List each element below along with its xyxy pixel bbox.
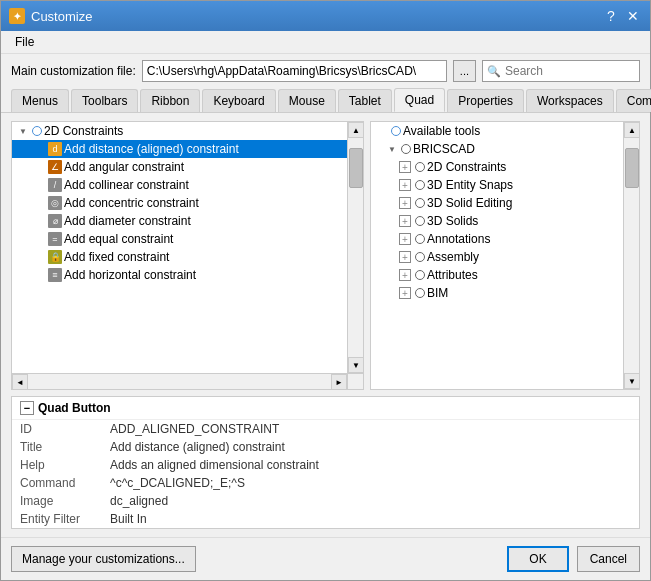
right-item-ann[interactable]: + Annotations <box>371 230 623 248</box>
right-scroll-up[interactable]: ▲ <box>624 122 640 138</box>
tab-properties[interactable]: Properties <box>447 89 524 112</box>
left-hscroll-right[interactable]: ► <box>331 374 347 390</box>
panels-row: ▼ 2D Constraints d Add distance (aligned… <box>11 121 640 390</box>
info-panel-header: − Quad Button <box>12 397 639 420</box>
right-item-asm[interactable]: + Assembly <box>371 248 623 266</box>
right-2d-label: 2D Constraints <box>427 160 506 174</box>
right-vscrollbar: ▲ ▼ <box>623 122 639 389</box>
right-tree-header[interactable]: Available tools <box>371 122 623 140</box>
circle-3dse <box>415 198 425 208</box>
left-scroll-down[interactable]: ▼ <box>348 357 364 373</box>
tab-workspaces[interactable]: Workspaces <box>526 89 614 112</box>
right-scroll-thumb <box>625 148 639 188</box>
left-tree-item-7[interactable]: 🔒 Add fixed constraint <box>12 248 347 266</box>
left-tree-selected-item[interactable]: d Add distance (aligned) constraint <box>12 140 347 158</box>
constraint-icon-3: / <box>48 178 62 192</box>
file-menu[interactable]: File <box>9 33 40 51</box>
expand-none-2 <box>32 160 46 174</box>
app-icon: ✦ <box>9 8 25 24</box>
info-value-id: ADD_ALIGNED_CONSTRAINT <box>102 420 639 438</box>
info-value-entity-filter: Built In <box>102 510 639 528</box>
left-tree-item-4[interactable]: ◎ Add concentric constraint <box>12 194 347 212</box>
info-row-help: Help Adds an aligned dimensional constra… <box>12 456 639 474</box>
right-item-3des[interactable]: + 3D Entity Snaps <box>371 176 623 194</box>
dialog-buttons: OK Cancel <box>507 546 640 572</box>
left-scroll-thumb <box>349 148 363 188</box>
right-asm-label: Assembly <box>427 250 479 264</box>
constraint-icon-2: ∠ <box>48 160 62 174</box>
info-collapse-icon[interactable]: − <box>20 401 34 415</box>
tab-toolbars[interactable]: Toolbars <box>71 89 138 112</box>
right-ann-label: Annotations <box>427 232 490 246</box>
tab-tablet[interactable]: Tablet <box>338 89 392 112</box>
plus-attr: + <box>399 269 411 281</box>
expand-none <box>32 142 46 156</box>
header-circle-icon <box>32 126 42 136</box>
right-scroll-track <box>624 138 640 373</box>
close-button[interactable]: ✕ <box>624 7 642 25</box>
tab-ribbon[interactable]: Ribbon <box>140 89 200 112</box>
left-hscroll-track <box>28 374 331 390</box>
search-input[interactable] <box>505 64 635 78</box>
menu-bar: File <box>1 31 650 54</box>
right-item-2d[interactable]: + 2D Constraints <box>371 158 623 176</box>
info-table: ID ADD_ALIGNED_CONSTRAINT Title Add dist… <box>12 420 639 528</box>
tab-menus[interactable]: Menus <box>11 89 69 112</box>
right-scroll-down[interactable]: ▼ <box>624 373 640 389</box>
file-path-input[interactable] <box>142 60 447 82</box>
tree-item-label-7: Add fixed constraint <box>64 250 169 264</box>
info-row-entity-filter: Entity Filter Built In <box>12 510 639 528</box>
info-row-title: Title Add distance (aligned) constraint <box>12 438 639 456</box>
info-value-help: Adds an aligned dimensional constraint <box>102 456 639 474</box>
info-label-command: Command <box>12 474 102 492</box>
tree-item-label: Add distance (aligned) constraint <box>64 142 239 156</box>
right-3des-label: 3D Entity Snaps <box>427 178 513 192</box>
window-title: Customize <box>31 9 92 24</box>
right-item-3ds[interactable]: + 3D Solids <box>371 212 623 230</box>
right-bricscad-label: BRICSCAD <box>413 142 475 156</box>
browse-button[interactable]: ... <box>453 60 476 82</box>
tree-item-label-2: Add angular constraint <box>64 160 184 174</box>
help-button[interactable]: ? <box>602 7 620 25</box>
left-tree-item-6[interactable]: = Add equal constraint <box>12 230 347 248</box>
plus-3ds: + <box>399 215 411 227</box>
info-panel-title: Quad Button <box>38 401 111 415</box>
circle-2d <box>415 162 425 172</box>
left-tree-item-5[interactable]: ⌀ Add diameter constraint <box>12 212 347 230</box>
file-label: Main customization file: <box>11 64 136 78</box>
manage-customizations-button[interactable]: Manage your customizations... <box>11 546 196 572</box>
tab-quad[interactable]: Quad <box>394 88 445 112</box>
ok-button[interactable]: OK <box>507 546 568 572</box>
right-item-3dse[interactable]: + 3D Solid Editing <box>371 194 623 212</box>
left-hscrollbar: ◄ ► <box>12 373 347 389</box>
tab-mouse[interactable]: Mouse <box>278 89 336 112</box>
tab-keyboard[interactable]: Keyboard <box>202 89 275 112</box>
right-3ds-label: 3D Solids <box>427 214 478 228</box>
left-scroll-up[interactable]: ▲ <box>348 122 364 138</box>
info-row-image: Image dc_aligned <box>12 492 639 510</box>
right-attr-label: Attributes <box>427 268 478 282</box>
right-bricscad[interactable]: ▼ BRICSCAD <box>371 140 623 158</box>
left-panel-scroll[interactable]: ▼ 2D Constraints d Add distance (aligned… <box>12 122 363 389</box>
expand-none-7 <box>32 250 46 264</box>
customize-dialog: ✦ Customize ? ✕ File Main customization … <box>0 0 651 581</box>
circle-3des <box>415 180 425 190</box>
info-label-entity-filter: Entity Filter <box>12 510 102 528</box>
left-tree-item-2[interactable]: ∠ Add angular constraint <box>12 158 347 176</box>
info-panel: − Quad Button ID ADD_ALIGNED_CONSTRAINT … <box>11 396 640 529</box>
left-tree-item-8[interactable]: ≡ Add horizontal constraint <box>12 266 347 284</box>
cancel-button[interactable]: Cancel <box>577 546 640 572</box>
left-tree-item-3[interactable]: / Add collinear constraint <box>12 176 347 194</box>
plus-ann: + <box>399 233 411 245</box>
right-panel-scroll[interactable]: Available tools ▼ BRICSCAD + 2D Constrai… <box>371 122 639 389</box>
left-hscroll-left[interactable]: ◄ <box>12 374 28 390</box>
expand-none-6 <box>32 232 46 246</box>
circle-ann <box>415 234 425 244</box>
tab-commands[interactable]: Comman <box>616 89 651 112</box>
title-bar-buttons: ? ✕ <box>602 7 642 25</box>
info-label-image: Image <box>12 492 102 510</box>
left-tree-header[interactable]: ▼ 2D Constraints <box>12 122 347 140</box>
right-item-bim[interactable]: + BIM <box>371 284 623 302</box>
right-item-attr[interactable]: + Attributes <box>371 266 623 284</box>
info-value-command: ^c^c_DCALIGNED;_E;^S <box>102 474 639 492</box>
